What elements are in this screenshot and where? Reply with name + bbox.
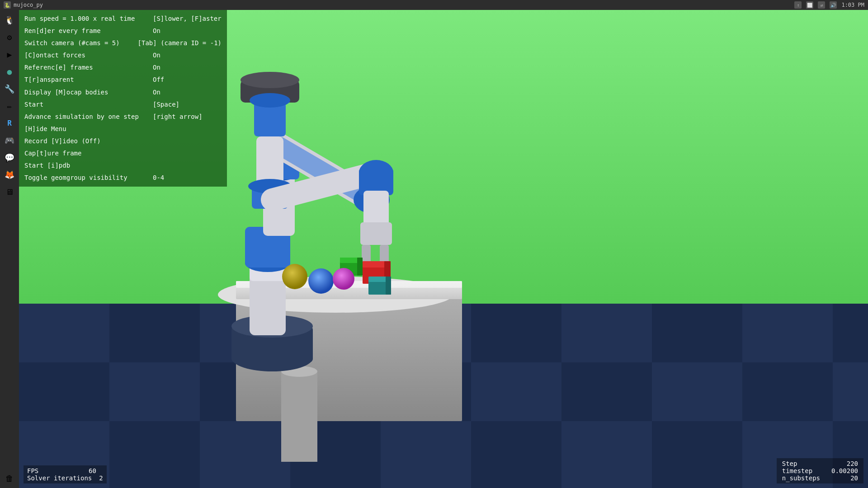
menu-label-capture: Cap[t]ure frame	[24, 148, 149, 159]
sidebar-item-trash[interactable]: 🗑	[1, 470, 18, 486]
timestep-label: timestep	[782, 467, 812, 474]
svg-rect-13	[109, 362, 200, 421]
stats-overlay: FPS 60 Solver iterations 2	[24, 465, 107, 483]
svg-rect-29	[652, 421, 742, 488]
clock: 1:03 PM	[841, 2, 864, 8]
app-title: mujoco_py	[14, 2, 43, 8]
svg-rect-23	[109, 421, 200, 488]
svg-rect-10	[742, 304, 833, 362]
menu-value-record	[149, 136, 222, 146]
menu-value-advance: [right arrow]	[149, 112, 222, 122]
volume-icon[interactable]: 🔊	[830, 1, 837, 9]
sidebar-item-ovr[interactable]: 🎮	[1, 132, 18, 148]
menu-value-render: On	[149, 26, 222, 36]
sidebar-item-pc[interactable]: 🖥	[1, 183, 18, 200]
solver-row: Solver iterations 2	[27, 474, 103, 482]
sidebar-item-terminal[interactable]: ▶	[1, 46, 18, 62]
menu-value-contact: On	[149, 50, 222, 61]
svg-rect-12	[19, 362, 109, 421]
sidebar: 🐧 ⚙ ▶ ● 🔧 ✏ R 🎮 💬 🦊 🖥 🗑	[0, 10, 19, 488]
svg-rect-20	[742, 362, 833, 421]
svg-rect-7	[471, 304, 561, 362]
menu-value-mocap: On	[149, 87, 222, 98]
menu-label-contact: [C]ontact forces	[24, 50, 149, 61]
window-icon[interactable]: ⬜	[806, 1, 813, 9]
svg-rect-66	[340, 258, 358, 263]
upload-icon[interactable]: ↑	[794, 1, 802, 9]
menu-row-mocap: Display [M]ocap bodies On	[23, 86, 223, 99]
menu-value-capture	[149, 148, 222, 159]
menu-row-ipdb: Start [i]pdb	[23, 160, 223, 172]
menu-row-camera: Switch camera (#cams = 5) [Tab] (camera …	[23, 37, 223, 49]
step-label: Step	[782, 460, 797, 467]
svg-point-76	[333, 268, 354, 290]
menu-row-geomgroup: Toggle geomgroup visibility 0-4	[23, 172, 223, 184]
menu-row-transparent: T[r]ansparent Off	[23, 74, 223, 86]
nsubsteps-row: n_substeps 20	[782, 474, 858, 482]
titlebar-left: 🐍 mujoco_py	[4, 1, 43, 9]
menu-label-ipdb: Start [i]pdb	[24, 160, 149, 171]
fps-row: FPS 60	[27, 467, 103, 474]
titlebar: 🐍 mujoco_py ↑ ⬜ ⇄ 🔊 1:03 PM	[0, 0, 868, 10]
svg-rect-73	[386, 277, 391, 295]
menu-row-contact: [C]ontact forces On	[23, 49, 223, 61]
sidebar-item-chat[interactable]: 💬	[1, 149, 18, 165]
svg-rect-8	[561, 304, 652, 362]
menu-label-start: Start	[24, 99, 149, 110]
menu-row-render: Ren[d]er every frame On	[23, 25, 223, 37]
timestep-value: 0.00200	[831, 467, 858, 474]
solver-label: Solver iterations	[27, 474, 92, 482]
menu-label-advance: Advance simulation by one step	[24, 112, 149, 122]
svg-rect-17	[471, 362, 561, 421]
menu-label-geomgroup: Toggle geomgroup visibility	[24, 173, 149, 183]
svg-rect-9	[652, 304, 742, 362]
sidebar-item-settings2[interactable]: 🔧	[1, 80, 18, 97]
menu-overlay: Run speed = 1.000 x real time [S]lower, …	[19, 10, 227, 187]
svg-rect-36	[281, 371, 317, 462]
svg-rect-62	[360, 222, 392, 245]
audio-control-icon[interactable]: ⇄	[818, 1, 825, 9]
svg-rect-24	[200, 421, 290, 488]
sidebar-item-firefox[interactable]: 🦊	[1, 166, 18, 183]
svg-rect-69	[363, 261, 385, 267]
nsubsteps-value: 20	[831, 474, 858, 482]
svg-rect-18	[561, 362, 652, 421]
svg-rect-26	[381, 421, 471, 488]
sidebar-item-penguin[interactable]: 🐧	[1, 12, 18, 28]
svg-rect-3	[109, 304, 200, 362]
sidebar-item-gear[interactable]: ⚙	[1, 29, 18, 45]
svg-rect-2	[19, 304, 109, 362]
menu-row-refframes: Referenc[e] frames On	[23, 61, 223, 74]
menu-row-record: Record [V]ideo (Off)	[23, 135, 223, 147]
fps-label: FPS	[27, 467, 81, 474]
svg-rect-72	[368, 277, 387, 282]
svg-rect-19	[652, 362, 742, 421]
menu-label-mocap: Display [M]ocap bodies	[24, 87, 149, 98]
menu-value-refframes: On	[149, 62, 222, 73]
menu-row-start: Start [Space]	[23, 99, 223, 111]
menu-label-hidemenu: [H]ide Menu	[24, 124, 149, 134]
timestep-row: timestep 0.00200	[782, 467, 858, 474]
svg-point-74	[282, 264, 307, 289]
sidebar-item-r[interactable]: R	[1, 115, 18, 131]
svg-rect-41	[250, 272, 286, 335]
sidebar-item-krita[interactable]: ✏	[1, 98, 18, 114]
menu-value-ipdb	[149, 160, 222, 171]
menu-value-start: [Space]	[149, 99, 222, 110]
menu-value-transparent: Off	[149, 75, 222, 85]
step-value: 220	[831, 460, 858, 467]
menu-row-runspeed: Run speed = 1.000 x real time [S]lower, …	[23, 13, 223, 25]
titlebar-right: ↑ ⬜ ⇄ 🔊 1:03 PM	[794, 1, 864, 9]
sidebar-item-chrome[interactable]: ●	[1, 63, 18, 80]
menu-row-capture: Cap[t]ure frame	[23, 147, 223, 160]
svg-rect-28	[561, 421, 652, 488]
svg-rect-27	[471, 421, 561, 488]
menu-label-runspeed: Run speed = 1.000 x real time	[24, 14, 149, 24]
step-overlay: Step 220 timestep 0.00200 n_substeps 20	[777, 458, 863, 483]
menu-value-runspeed: [S]lower, [F]aster	[149, 14, 222, 24]
fps-value: 60	[89, 467, 96, 474]
svg-rect-21	[833, 362, 868, 421]
svg-rect-67	[357, 258, 363, 276]
menu-value-hidemenu	[149, 124, 222, 134]
menu-label-camera: Switch camera (#cams = 5)	[24, 38, 134, 48]
